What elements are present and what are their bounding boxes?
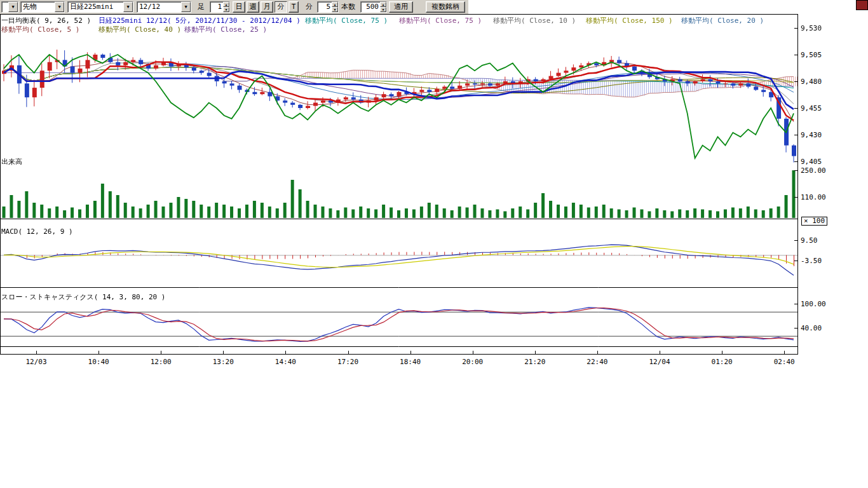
barcount-value: 500 [361, 2, 380, 12]
market-combo-value: 先物 [21, 2, 55, 12]
x-axis-label: 18:40 [400, 358, 421, 366]
volume-panel-title: 出来高 [1, 157, 22, 166]
price-axis-label: 9,480 [801, 78, 822, 86]
legend-ma150: 移動平均( Close, 150 ) [586, 16, 673, 25]
macd-axis-label: 9.50 [801, 236, 818, 245]
price-axis-label: 9,430 [801, 131, 822, 139]
legend-ma75b: 移動平均( Close, 75 ) [399, 16, 482, 25]
x-axis-label: 12:00 [151, 358, 172, 366]
stoch-panel-title: スロー・ストキャスティクス( 14, 3, 80, 20 ) [1, 292, 165, 302]
dropdown-arrow-icon[interactable]: ▼ [181, 2, 191, 12]
period-tick-button[interactable]: T [288, 1, 299, 13]
period-month-button[interactable]: 月 [261, 1, 273, 13]
spin-up-icon[interactable]: ▲ [332, 2, 338, 7]
spin-down-icon[interactable]: ▼ [380, 7, 386, 12]
x-axis-label: 10:40 [88, 358, 109, 366]
legend-ma10: 移動平均( Close, 10 ) [493, 16, 576, 25]
dropdown-arrow-icon[interactable]: ▼ [55, 2, 64, 12]
corner-box [856, 0, 868, 10]
minute-label: 分 [306, 1, 313, 13]
multi-symbol-button[interactable]: 複数銘柄 [426, 1, 465, 13]
count-label: 本数 [341, 1, 355, 13]
x-axis: 12/03 10:40 12:00 13:20 14:40 17:20 18:4… [0, 358, 813, 367]
spin-up-icon[interactable]: ▲ [223, 2, 229, 7]
x-axis-label: 14:40 [275, 358, 296, 366]
minutes-spinner[interactable]: 5 ▲▼ [317, 1, 339, 13]
x-axis-label: 01:20 [712, 358, 733, 366]
price-axis-label: 9,530 [801, 24, 822, 32]
dropdown-arrow-icon[interactable]: ▼ [123, 2, 133, 12]
symbol-combo[interactable]: 日経225mini ▼ [67, 1, 133, 13]
ashi-label: 足 [198, 1, 205, 13]
date-combo[interactable]: 12/12 ▼ [137, 1, 191, 13]
stoch-axis-label: 100.00 [801, 300, 826, 308]
market-combo[interactable]: 先物 ▼ [20, 1, 65, 13]
x-axis-label: 20:00 [462, 358, 483, 366]
x-axis-label: 17:20 [337, 358, 358, 366]
legend-symbol-session: 日経225mini 12/12( 5分, 2012/11/30 - 2012/1… [98, 16, 301, 25]
x-axis-label: 12/03 [25, 358, 46, 366]
x-axis-label: 12/04 [649, 358, 670, 366]
minutes-value: 5 [318, 2, 332, 12]
price-axis-label: 9,405 [801, 158, 822, 166]
stoch-axis-label: 40.00 [801, 323, 822, 332]
legend-ma25: 移動平均( Close, 25 ) [184, 25, 267, 34]
macd-axis-label: -3.50 [801, 257, 822, 265]
legend-row-2: 移動平均( Close, 5 ) 移動平均( Close, 40 ) 移動平均(… [0, 25, 794, 33]
price-axis-label: 9,455 [801, 104, 822, 112]
legend-row-1: 一目均衡表( 9, 26, 52 ) 日経225mini 12/12( 5分, … [0, 16, 794, 24]
period-week-button[interactable]: 週 [247, 1, 259, 13]
spin-down-icon[interactable]: ▼ [332, 7, 338, 12]
apply-button[interactable]: 適用 [389, 1, 413, 13]
app-window: ▼ 先物 ▼ 日経225mini ▼ 12/12 ▼ 足 1 ▲▼ 日 週 月 … [0, 0, 868, 488]
legend-ma40: 移動平均( Close, 40 ) [98, 25, 181, 34]
volume-multiplier-badge: × 100 [801, 217, 827, 226]
interval-value: 1 [210, 2, 223, 12]
macd-panel-title: MACD( 12, 26, 9 ) [1, 227, 73, 236]
symbol-combo-value: 日経225mini [68, 2, 123, 12]
period-day-button[interactable]: 日 [233, 1, 245, 13]
legend-ma5: 移動平均( Close, 5 ) [1, 25, 79, 34]
volume-axis-label: 110.00 [801, 193, 826, 201]
legend-ichimoku: 一目均衡表( 9, 26, 52 ) [1, 16, 91, 25]
price-axis-label: 9,505 [801, 51, 822, 59]
x-axis-label: 22:40 [587, 358, 607, 366]
spin-up-icon[interactable]: ▲ [380, 2, 386, 7]
x-axis-label: 21:20 [524, 358, 545, 366]
x-axis-label: 02:40 [774, 358, 795, 366]
spin-down-icon[interactable]: ▼ [223, 7, 229, 12]
left-combo[interactable]: ▼ [1, 1, 18, 13]
date-combo-value: 12/12 [137, 2, 181, 12]
interval-spinner[interactable]: 1 ▲▼ [210, 1, 230, 13]
period-minute-button[interactable]: 分 [275, 1, 287, 13]
volume-axis-label: 250.00 [801, 166, 826, 175]
x-axis-label: 13:20 [213, 358, 234, 366]
price-chart-canvas[interactable] [0, 14, 798, 355]
legend-ma75a: 移動平均( Close, 75 ) [305, 16, 388, 25]
barcount-spinner[interactable]: 500 ▲▼ [360, 1, 387, 13]
dropdown-arrow-icon[interactable]: ▼ [8, 2, 18, 12]
toolbar: ▼ 先物 ▼ 日経225mini ▼ 12/12 ▼ 足 1 ▲▼ 日 週 月 … [0, 0, 468, 14]
legend-ma20: 移動平均( Close, 20 ) [681, 16, 764, 25]
